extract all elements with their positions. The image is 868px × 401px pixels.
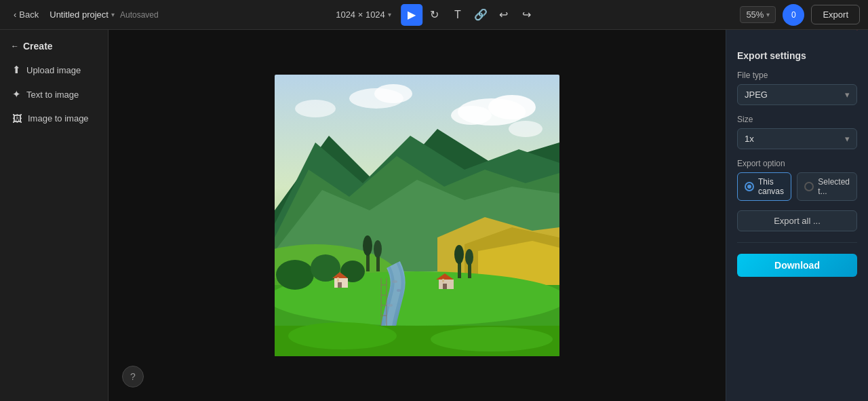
svg-point-2 — [488, 95, 536, 119]
sidebar-item-upload[interactable]: ⬆ Upload image — [5, 58, 102, 81]
canvas-image — [275, 75, 559, 356]
export-option-section: Export option This canvas Selected t... — [737, 159, 857, 201]
this-canvas-label: This canvas — [758, 177, 784, 196]
svg-point-29 — [374, 240, 382, 258]
notifications-button[interactable]: 0 — [783, 4, 804, 26]
chevron-down-icon: ▾ — [845, 90, 850, 100]
link-tool[interactable]: 🔗 — [470, 4, 492, 26]
notif-count: 0 — [791, 10, 796, 20]
link-icon: 🔗 — [474, 8, 488, 21]
back-icon: ‹ — [14, 9, 16, 20]
upload-icon: ⬆ — [12, 64, 21, 76]
svg-point-19 — [275, 271, 559, 326]
redo-button[interactable]: ↪ — [516, 4, 538, 26]
svg-point-41 — [465, 249, 473, 265]
svg-rect-36 — [443, 284, 447, 289]
svg-point-27 — [363, 235, 372, 256]
export-button[interactable]: Export — [811, 5, 860, 24]
landscape-svg — [275, 75, 559, 356]
svg-point-21 — [397, 289, 401, 292]
canvas-size-value: 1024 × 1024 — [336, 9, 385, 20]
svg-point-6 — [509, 121, 542, 137]
sidebar-header: ← Create — [5, 38, 102, 58]
svg-point-7 — [295, 100, 336, 117]
svg-point-50 — [431, 327, 553, 351]
image-to-image-icon: 🖼 — [12, 113, 22, 124]
file-type-label: File type — [737, 71, 857, 80]
sidebar-item-text-to-image[interactable]: ✦ Text to image — [5, 83, 102, 106]
rotate-icon: ↻ — [430, 8, 439, 21]
undo-icon: ↩ — [499, 8, 508, 21]
svg-point-5 — [374, 84, 412, 103]
sidebar-item-image-to-image-label: Image to image — [28, 113, 89, 123]
size-value: 1x — [745, 134, 754, 144]
svg-rect-33 — [337, 278, 339, 282]
back-label: Back — [19, 9, 39, 20]
canvas-area: ? — [108, 30, 726, 401]
file-type-section: File type JPEG ▾ — [737, 71, 857, 105]
this-canvas-radio — [745, 182, 754, 191]
undo-button[interactable]: ↩ — [493, 4, 515, 26]
size-section: Size 1x ▾ — [737, 115, 857, 149]
create-back-icon: ← — [11, 41, 19, 51]
size-dropdown[interactable]: 1x ▾ — [737, 128, 857, 149]
topbar-center: 1024 × 1024 ▾ ▶ ↻ T 🔗 ↩ ↪ — [330, 4, 538, 26]
canvas-size-selector[interactable]: 1024 × 1024 ▾ — [330, 7, 397, 22]
sidebar-title: Create — [23, 41, 53, 52]
toolbar-icons: ▶ ↻ T 🔗 ↩ ↪ — [401, 4, 538, 26]
svg-point-22 — [387, 304, 393, 307]
selected-option[interactable]: Selected t... — [797, 172, 857, 201]
chevron-down-icon: ▾ — [766, 11, 770, 18]
text-tool[interactable]: T — [447, 4, 469, 26]
sidebar-item-upload-label: Upload image — [26, 65, 81, 75]
redo-icon: ↪ — [522, 8, 531, 21]
select-tool[interactable]: ▶ — [401, 4, 422, 26]
svg-point-39 — [454, 245, 464, 264]
export-option-row: This canvas Selected t... — [737, 172, 857, 201]
project-title[interactable]: Untitled project ▾ — [50, 9, 115, 20]
help-button[interactable]: ? — [122, 366, 144, 387]
select-icon: ▶ — [408, 8, 416, 21]
zoom-value: 55% — [746, 9, 764, 20]
svg-rect-37 — [442, 279, 444, 282]
selected-label: Selected t... — [818, 177, 850, 196]
svg-point-49 — [288, 322, 397, 349]
sidebar: ← Create ⬆ Upload image ✦ Text to image … — [0, 30, 108, 401]
export-option-label: Export option — [737, 159, 857, 168]
project-name: Untitled project — [50, 9, 108, 20]
export-panel: Export settings File type JPEG ▾ Size 1x… — [726, 30, 868, 401]
question-icon: ? — [130, 371, 136, 382]
sidebar-item-text-to-image-label: Text to image — [26, 90, 79, 100]
zoom-selector[interactable]: 55% ▾ — [740, 6, 776, 23]
topbar: ‹ Back Untitled project ▾ Autosaved 1024… — [0, 0, 868, 30]
panel-title: Export settings — [737, 50, 857, 61]
back-button[interactable]: ‹ Back — [8, 7, 44, 22]
download-button[interactable]: Download — [737, 254, 857, 277]
autosaved-status: Autosaved — [120, 10, 159, 20]
svg-point-3 — [451, 106, 492, 125]
file-type-value: JPEG — [745, 90, 768, 100]
svg-rect-32 — [338, 282, 342, 288]
selected-radio — [804, 182, 814, 191]
sidebar-item-image-to-image[interactable]: 🖼 Image to image — [5, 107, 102, 130]
text-icon: T — [454, 9, 461, 21]
svg-point-20 — [392, 280, 397, 283]
chevron-down-icon: ▾ — [111, 11, 115, 18]
chevron-down-icon: ▾ — [845, 134, 850, 144]
export-all-button[interactable]: Export all ... — [737, 210, 857, 231]
text-to-image-icon: ✦ — [12, 88, 21, 100]
this-canvas-option[interactable]: This canvas — [737, 172, 791, 201]
rotate-tool[interactable]: ↻ — [424, 4, 446, 26]
arrow-indicator — [830, 30, 864, 33]
chevron-down-icon: ▾ — [388, 11, 391, 18]
size-label: Size — [737, 115, 857, 124]
divider — [737, 242, 857, 243]
svg-point-23 — [276, 260, 314, 290]
file-type-dropdown[interactable]: JPEG ▾ — [737, 84, 857, 105]
main-layout: ← Create ⬆ Upload image ✦ Text to image … — [0, 30, 868, 401]
